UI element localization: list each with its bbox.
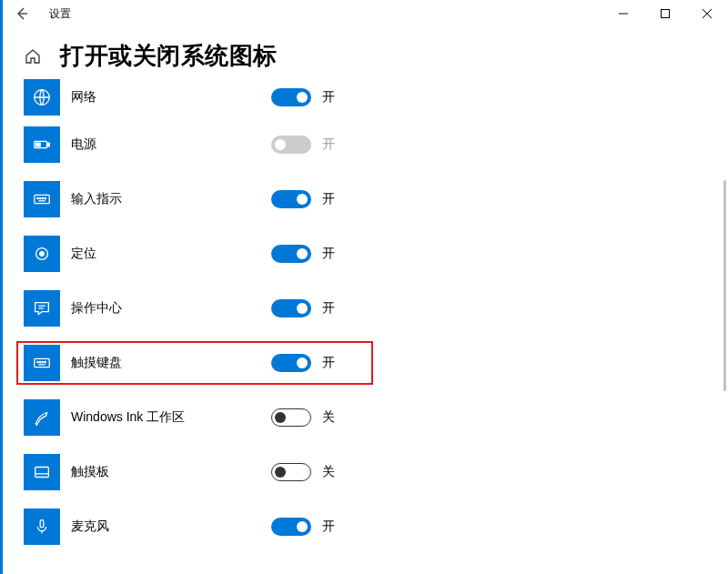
svg-rect-1 [662,10,670,18]
svg-rect-6 [47,143,49,146]
toggle-location[interactable] [271,245,311,263]
setting-label: Windows Ink 工作区 [71,409,271,426]
toggle-state-text: 开 [322,136,335,153]
toggle-state-text: 开 [322,89,335,106]
toggle-knob [297,92,308,103]
toggle-knob [297,248,308,259]
toggle-touchkeyboard[interactable] [271,354,311,372]
maximize-button[interactable] [644,0,686,27]
toggle-knob [297,357,308,368]
setting-label: 电源 [71,136,271,153]
setting-row-network: 网络开 [24,77,710,117]
toggle-wrap: 开 [271,518,371,536]
toggle-power [271,136,311,154]
svg-point-19 [37,361,38,362]
toggle-knob [297,521,308,532]
target-icon-tile [24,236,60,272]
toggle-wrap: 关 [271,463,371,481]
close-icon [703,9,712,18]
system-icons-list: 网络开电源开输入指示开定位开操作中心开触摸键盘开Windows Ink 工作区关… [0,77,728,563]
scrollbar-thumb[interactable] [723,180,726,391]
battery-icon-tile [24,126,60,163]
toggle-wrap: 开 [271,136,371,154]
toggle-ink[interactable] [271,408,311,427]
setting-row-ime: 输入指示开 [24,172,710,227]
svg-point-21 [42,361,43,362]
toggle-touchpad[interactable] [271,463,311,481]
window-controls [602,0,728,27]
toggle-knob [297,194,308,205]
svg-point-9 [37,197,38,198]
svg-rect-7 [36,143,41,146]
close-button[interactable] [686,0,728,27]
title-bar: 设置 [0,0,728,27]
keyboard-icon-tile [24,345,60,381]
toggle-wrap: 开 [271,190,371,208]
home-button[interactable] [22,48,44,65]
accent-edge [0,0,3,574]
setting-label: 麦克风 [71,519,271,535]
toggle-state-text: 开 [322,300,335,317]
toggle-wrap: 开 [271,299,371,317]
svg-rect-24 [35,468,49,478]
setting-row-actioncenter: 操作中心开 [24,281,710,336]
toggle-state-text: 开 [322,246,335,262]
svg-point-15 [40,252,45,257]
toggle-state-text: 开 [322,191,335,207]
toggle-wrap: 开 [271,88,371,106]
setting-label: 触摸板 [71,464,271,480]
page-title: 打开或关闭系统图标 [60,40,278,72]
setting-label: 网络 [71,89,271,106]
pen-icon-tile [24,399,60,436]
setting-row-location: 定位开 [24,227,710,281]
setting-label: 触摸键盘 [71,355,271,371]
chat-icon-tile [24,290,60,327]
arrow-left-icon [15,6,29,21]
toggle-knob [275,467,286,478]
setting-row-touchpad: 触摸板关 [24,445,710,499]
window-title: 设置 [44,6,71,22]
toggle-state-text: 开 [322,355,335,371]
toggle-knob [297,303,308,314]
svg-point-22 [45,361,46,362]
toggle-ime[interactable] [271,190,311,208]
svg-rect-26 [40,520,44,528]
maximize-icon [661,9,670,18]
setting-row-power: 电源开 [24,117,710,172]
scrollbar[interactable] [715,180,728,551]
keyboard-icon-tile [24,181,60,217]
minimize-icon [619,9,628,18]
toggle-state-text: 关 [322,409,335,426]
home-icon [25,48,41,65]
back-button[interactable] [0,0,44,27]
svg-point-11 [42,197,43,198]
toggle-network[interactable] [271,88,311,106]
toggle-state-text: 开 [322,519,335,535]
svg-point-20 [39,361,40,362]
touchpad-icon-tile [24,454,60,490]
setting-label: 定位 [71,246,271,262]
toggle-wrap: 开 [271,354,371,372]
toggle-wrap: 开 [271,245,371,263]
minimize-button[interactable] [602,0,644,27]
svg-point-12 [45,197,46,198]
toggle-actioncenter[interactable] [271,299,311,317]
setting-row-ink: Windows Ink 工作区关 [24,390,710,445]
globe-icon-tile [24,79,60,116]
mic-icon-tile [24,509,60,545]
setting-row-mic: 麦克风开 [24,499,710,554]
toggle-wrap: 关 [271,408,371,427]
toggle-knob [275,412,286,423]
svg-point-10 [39,197,40,198]
toggle-state-text: 关 [322,464,335,480]
setting-label: 操作中心 [71,300,271,317]
toggle-mic[interactable] [271,518,311,536]
setting-label: 输入指示 [71,191,271,207]
page-header: 打开或关闭系统图标 [0,27,728,77]
toggle-knob [275,139,286,150]
setting-row-touchkeyboard: 触摸键盘开 [24,336,710,390]
